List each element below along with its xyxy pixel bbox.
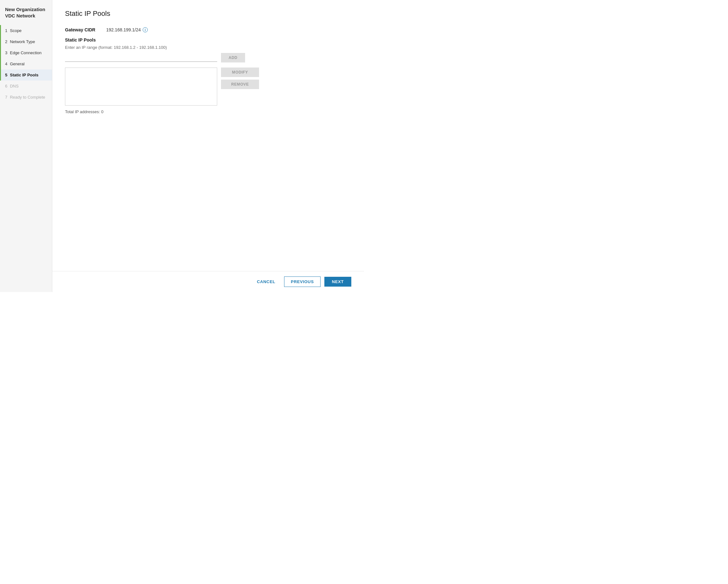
static-ip-pools-section-label: Static IP Pools — [65, 37, 351, 43]
step-num-4: 4 — [5, 61, 7, 66]
sidebar-item-label-edge-connection: Edge Connection — [10, 50, 42, 55]
sidebar: New Organization VDC Network 1 Scope 2 N… — [0, 0, 52, 292]
modify-button[interactable]: MODIFY — [221, 68, 259, 77]
sidebar-item-label-general: General — [10, 61, 24, 66]
step-num-5: 5 — [5, 73, 7, 77]
sidebar-item-label-network-type: Network Type — [10, 39, 35, 44]
ip-input-row: ADD — [65, 53, 351, 62]
main-content: Static IP Pools Gateway CIDR 192.168.199… — [52, 0, 364, 271]
step-num-2: 2 — [5, 39, 7, 44]
step-num-6: 6 — [5, 84, 7, 88]
sidebar-item-ready-to-complete: 7 Ready to Complete — [0, 91, 52, 103]
gateway-cidr-row: Gateway CIDR 192.168.199.1/24 i — [65, 27, 351, 32]
dialog-container: New Organization VDC Network 1 Scope 2 N… — [0, 0, 364, 292]
sidebar-item-label-scope: Scope — [10, 28, 22, 33]
step-num-7: 7 — [5, 95, 7, 100]
next-button[interactable]: NEXT — [324, 277, 351, 287]
page-title: Static IP Pools — [65, 9, 351, 18]
sidebar-item-scope[interactable]: 1 Scope — [0, 25, 52, 36]
ip-range-input[interactable] — [65, 54, 217, 62]
pools-actions: MODIFY REMOVE — [221, 68, 259, 106]
sidebar-item-static-ip-pools[interactable]: 5 Static IP Pools — [0, 70, 52, 81]
sidebar-item-dns: 6 DNS — [0, 81, 52, 91]
sidebar-items: 1 Scope 2 Network Type 3 Edge Connection… — [0, 25, 52, 103]
cancel-button[interactable]: CANCEL — [252, 277, 280, 287]
add-button[interactable]: ADD — [221, 53, 245, 62]
sidebar-item-network-type[interactable]: 2 Network Type — [0, 36, 52, 47]
total-ip-label: Total IP addresses: 0 — [65, 109, 351, 114]
remove-button[interactable]: REMOVE — [221, 80, 259, 89]
sidebar-item-label-static-ip-pools: Static IP Pools — [10, 73, 38, 77]
pools-list — [65, 68, 217, 106]
sidebar-title: New Organization VDC Network — [0, 6, 52, 25]
sidebar-item-general[interactable]: 4 General — [0, 58, 52, 70]
ip-hint: Enter an IP range (format: 192.168.1.2 -… — [65, 45, 351, 50]
form-section: Gateway CIDR 192.168.199.1/24 i Static I… — [65, 27, 351, 265]
step-num-1: 1 — [5, 28, 7, 33]
info-icon[interactable]: i — [143, 27, 148, 32]
step-num-3: 3 — [5, 50, 7, 55]
sidebar-item-label-ready-to-complete: Ready to Complete — [10, 95, 45, 100]
gateway-cidr-value: 192.168.199.1/24 i — [106, 27, 148, 32]
sidebar-item-label-dns: DNS — [10, 84, 18, 88]
previous-button[interactable]: PREVIOUS — [284, 276, 320, 287]
dialog-footer: CANCEL PREVIOUS NEXT — [52, 271, 364, 292]
gateway-cidr-label: Gateway CIDR — [65, 27, 106, 32]
sidebar-item-edge-connection[interactable]: 3 Edge Connection — [0, 47, 52, 58]
pools-area: MODIFY REMOVE — [65, 68, 351, 106]
